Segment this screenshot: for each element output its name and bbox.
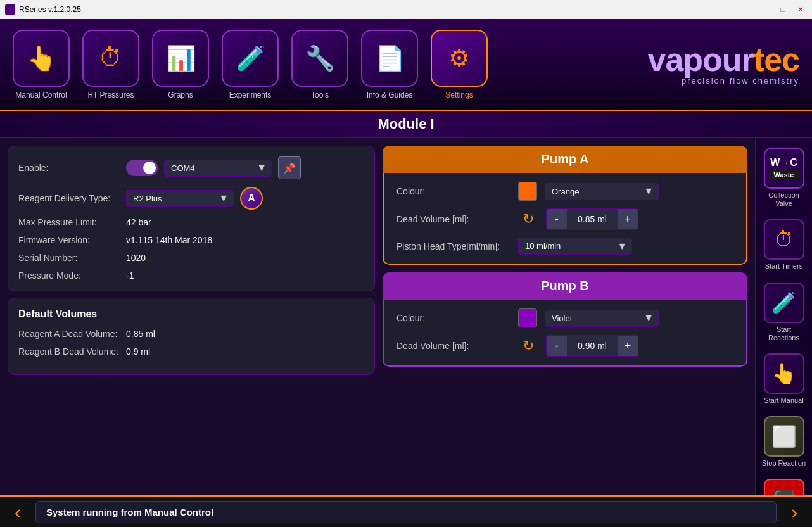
pump-a-piston-select[interactable]: 10 ml/min (518, 238, 632, 255)
pump-a-colour-label: Colour: (396, 186, 511, 196)
max-pressure-row: Max Pressure Limit: 42 bar (18, 217, 364, 227)
pump-a-dead-volume-control: - 0.85 ml + (546, 208, 638, 230)
experiments-icon: 🧪 (222, 30, 279, 87)
start-manual-button[interactable]: 👆 Start Manual (758, 348, 810, 410)
pump-b-header: Pump B (383, 272, 747, 300)
pump-a-colour-select[interactable]: Orange (545, 183, 659, 200)
start-reactions-icon-box: 🧪 (764, 283, 804, 323)
collection-valve-icon-box: W→C Waste (764, 148, 804, 189)
prev-icon: ‹ (15, 500, 22, 524)
max-pressure-label: Max Pressure Limit: (18, 217, 120, 227)
start-manual-icon-box: 👆 (764, 353, 804, 394)
pump-b-plus-button[interactable]: + (618, 336, 638, 356)
start-timers-icon: ⏱ (774, 228, 794, 251)
pump-b-colour-swatch[interactable] (518, 308, 537, 327)
nav-manual-control[interactable]: 👆 Manual Control (13, 30, 70, 99)
graphs-icon: 📊 (152, 30, 209, 87)
info-guides-icon: 📄 (361, 30, 418, 87)
status-next-button[interactable]: › (783, 500, 806, 523)
pump-a-colour-swatch[interactable] (518, 182, 537, 201)
pump-a-minus-button[interactable]: - (547, 209, 567, 229)
pressure-mode-value: -1 (126, 270, 134, 281)
pressure-mode-label: Pressure Mode: (18, 270, 120, 281)
pump-b-dead-volume-control: - 0.90 ml + (546, 335, 638, 357)
enable-label: Enable: (18, 163, 120, 173)
stop-reaction-button[interactable]: ⬜ Stop Reaction (758, 411, 810, 473)
minimize-button[interactable]: ─ (759, 4, 771, 15)
content-wrapper: Module I Enable: COM4 ▼ (0, 111, 812, 527)
firmware-label: Firmware Version: (18, 235, 120, 245)
pump-b-minus-button[interactable]: - (547, 336, 567, 356)
pump-b-dead-volume-value: 0.90 ml (567, 341, 618, 351)
start-reactions-icon: 🧪 (771, 291, 797, 315)
com-port-select[interactable]: COM4 (164, 160, 272, 177)
titlebar: RSeries v.1.2.0.25 ─ □ ✕ (0, 0, 812, 19)
pump-b-colour-row: Colour: Violet ▼ (396, 308, 733, 327)
pump-b-dead-volume-row: Dead Volume [ml]: ↻ - 0.90 ml + (396, 335, 733, 357)
bookmark-button[interactable]: 📌 (278, 156, 301, 179)
pump-a-dead-volume-row: Dead Volume [ml]: ↻ - 0.85 ml + (396, 208, 733, 230)
nav-settings[interactable]: ⚙ Settings (431, 30, 488, 99)
pump-b-panel: Pump B Colour: Violet ▼ (383, 272, 747, 367)
pump-a-dead-volume-label: Dead Volume [ml]: (396, 214, 511, 224)
page-title: Module I (0, 111, 812, 138)
nav-graphs[interactable]: 📊 Graphs (152, 30, 209, 99)
stop-all-button[interactable]: ⬛ Stop All (758, 474, 810, 495)
content-area: Enable: COM4 ▼ 📌 Reagent (0, 138, 755, 495)
reagent-delivery-label: Reagent Delivery Type: (18, 193, 120, 203)
reagent-delivery-select[interactable]: R2 Plus (126, 190, 234, 207)
firmware-row: Firmware Version: v1.115 14th Mar 2018 (18, 235, 364, 245)
start-timers-icon-box: ⏱ (764, 219, 804, 260)
start-timers-label: Start Timers (765, 262, 802, 270)
nav-experiments[interactable]: 🧪 Experiments (222, 30, 279, 99)
reagent-b-row: Reagent B Dead Volume: 0.9 ml (18, 346, 364, 357)
nav-tools[interactable]: 🔧 Tools (291, 30, 348, 99)
bookmark-icon: 📌 (283, 162, 296, 174)
nav-info-guides[interactable]: 📄 Info & Guides (361, 30, 418, 99)
pump-a-refresh-button[interactable]: ↻ (518, 209, 538, 229)
pump-b-colour-label: Colour: (396, 313, 511, 323)
serial-value: 1020 (126, 253, 146, 263)
reagent-a-label: Reagent A Dead Volume: (18, 329, 120, 339)
tools-icon: 🔧 (291, 30, 348, 87)
sidebar-right: W→C Waste Collection Valve ⏱ Start Timer… (755, 138, 812, 495)
default-volumes-title: Default Volumes (18, 308, 364, 320)
collection-valve-button[interactable]: W→C Waste Collection Valve (758, 143, 810, 213)
default-volumes-panel: Default Volumes Reagent A Dead Volume: 0… (8, 298, 375, 375)
avatar: A (240, 187, 263, 210)
app-icon (5, 4, 15, 15)
pump-b-refresh-button[interactable]: ↻ (518, 336, 538, 356)
serial-label: Serial Number: (18, 253, 120, 263)
pump-a-plus-button[interactable]: + (618, 209, 638, 229)
nav-rt-pressures[interactable]: ⏱ RT Pressures (82, 30, 139, 99)
enable-toggle[interactable] (126, 160, 158, 176)
manual-control-icon: 👆 (13, 30, 70, 87)
collection-arrow-icon: W→C (770, 157, 797, 168)
collection-valve-inner: W→C Waste (766, 151, 802, 186)
pump-b-colour-select[interactable]: Violet (545, 310, 659, 327)
logo-text: vapourtec (647, 43, 799, 76)
start-manual-icon: 👆 (771, 362, 797, 386)
maximize-button[interactable]: □ (777, 4, 789, 15)
serial-row: Serial Number: 1020 (18, 253, 364, 263)
status-prev-button[interactable]: ‹ (6, 500, 29, 523)
rt-pressures-icon: ⏱ (82, 30, 139, 87)
close-button[interactable]: ✕ (794, 4, 807, 15)
firmware-value: v1.115 14th Mar 2018 (126, 235, 212, 245)
app-title: RSeries v.1.2.0.25 (19, 5, 81, 14)
pump-b-body: Colour: Violet ▼ Dead Volume [ml]: (383, 300, 747, 367)
pump-a-piston-label: Piston Head Type[ml/min]: (396, 241, 511, 251)
pump-a-piston-row: Piston Head Type[ml/min]: 10 ml/min ▼ (396, 238, 733, 255)
start-reactions-button[interactable]: 🧪 Start Reactions (758, 277, 810, 347)
reagent-a-value: 0.85 ml (126, 329, 155, 339)
stop-reaction-icon: ⬜ (771, 424, 797, 448)
nav-info-guides-label: Info & Guides (367, 91, 413, 99)
pump-b-dead-volume-label: Dead Volume [ml]: (396, 341, 511, 351)
left-panels: Enable: COM4 ▼ 📌 Reagent (8, 146, 375, 488)
reagent-a-row: Reagent A Dead Volume: 0.85 ml (18, 329, 364, 339)
stop-reaction-icon-box: ⬜ (764, 416, 804, 457)
start-timers-button[interactable]: ⏱ Start Timers (758, 214, 810, 276)
pump-a-colour-row: Colour: Orange ▼ (396, 182, 733, 201)
reagent-b-value: 0.9 ml (126, 346, 150, 357)
pump-a-panel: Pump A Colour: Orange ▼ (383, 146, 747, 265)
